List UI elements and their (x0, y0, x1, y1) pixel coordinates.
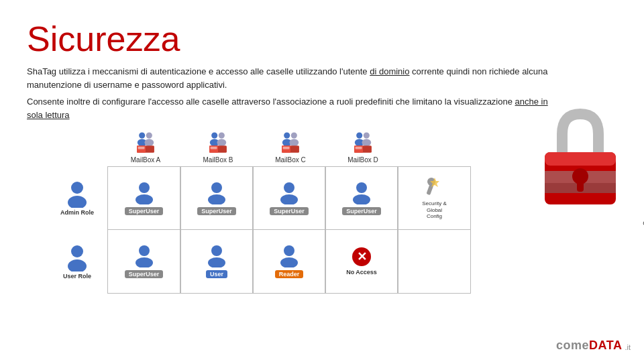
svg-point-36 (139, 182, 150, 193)
it-suffix: .it (625, 343, 631, 351)
diagram-container: MailBox A MailBox B (47, 131, 617, 294)
user-role-row: User Role SuperUser (47, 230, 617, 294)
svg-rect-13 (211, 147, 217, 149)
svg-rect-60 (577, 181, 584, 192)
svg-point-3 (144, 139, 154, 146)
admin-role-row: Admin Role SuperUser (47, 166, 617, 230)
admin-role-label-cell: Admin Role (47, 166, 107, 230)
svg-rect-27 (356, 147, 362, 149)
security-global-label: Security &GlobalConfiguration (627, 206, 644, 227)
svg-point-37 (136, 194, 153, 204)
svg-point-17 (289, 139, 299, 146)
admin-mailbox-c-cell: SuperUser (253, 167, 325, 229)
super-user-icon-2 (207, 182, 227, 204)
admin-c-badge: SuperUser (270, 207, 309, 215)
svg-point-52 (208, 257, 225, 267)
page: Sicurezza ShaTag utilizza i meccanismi d… (0, 0, 644, 362)
user-icon-label (65, 245, 89, 272)
user-grid-row: SuperUser User (107, 230, 471, 294)
no-access-icon: ✕ (352, 247, 371, 266)
admin-mailbox-b-cell: SuperUser (180, 167, 253, 229)
svg-point-21 (356, 133, 362, 139)
svg-rect-6 (138, 147, 145, 149)
svg-point-7 (211, 133, 217, 139)
user-mailbox-b-cell: User (180, 230, 253, 293)
admin-role-text: Admin Role (60, 209, 94, 216)
mailbox-c-label: MailBox C (275, 156, 306, 164)
user-mailbox-d-cell: ✕ No Access (325, 230, 398, 293)
mailbox-b-header: MailBox B (182, 131, 254, 166)
svg-point-43 (353, 194, 370, 204)
user-a-badge: SuperUser (125, 270, 164, 278)
user-mailbox-c-cell: Reader (253, 230, 325, 293)
svg-point-38 (211, 182, 222, 193)
description2: Consente inoltre di configurare l'access… (27, 95, 550, 121)
mailbox-a-header: MailBox A (109, 131, 182, 166)
svg-point-47 (71, 245, 83, 257)
mailbox-c-icon (278, 131, 303, 155)
svg-point-51 (211, 245, 222, 256)
admin-security-cell: Security &GlobalConfig (398, 167, 470, 229)
svg-point-10 (217, 139, 226, 146)
security-label: Security &GlobalConfiguration (627, 173, 644, 227)
padlock-container (537, 104, 624, 214)
super-user-icon-4 (352, 182, 372, 204)
comedata-logo: comeDATA (556, 339, 622, 353)
user-role-text: User Role (63, 273, 91, 280)
svg-point-54 (280, 257, 298, 267)
svg-point-50 (136, 257, 153, 267)
user-mailbox-a-cell: SuperUser (108, 230, 180, 293)
mailbox-a-icon (133, 131, 158, 155)
super-user-icon-3 (279, 182, 299, 204)
mailbox-c-header: MailBox C (254, 131, 327, 166)
user-role-label-cell: User Role (47, 230, 107, 294)
user-super-icon-1 (134, 245, 154, 267)
svg-point-0 (139, 133, 145, 139)
svg-point-39 (208, 194, 225, 204)
svg-point-34 (71, 182, 83, 194)
mailbox-a-label: MailBox A (131, 156, 160, 164)
admin-security-badge: Security &GlobalConfig (422, 200, 446, 220)
svg-point-23 (364, 133, 370, 139)
svg-point-53 (284, 245, 294, 256)
user-b-badge: User (206, 270, 227, 278)
user-icon-b (207, 245, 227, 267)
svg-point-41 (280, 194, 298, 204)
mailbox-d-label: MailBox D (347, 156, 378, 164)
come-text: come (556, 339, 589, 352)
admin-mailbox-d-cell: SuperUser (325, 167, 398, 229)
mailbox-d-icon (350, 131, 376, 155)
user-d-badge: No Access (346, 269, 377, 276)
wrench-icon (425, 176, 445, 199)
svg-point-16 (291, 133, 297, 139)
user-c-badge: Reader (275, 270, 304, 278)
admin-mailbox-a-cell: SuperUser (108, 167, 180, 229)
admin-a-badge: SuperUser (125, 207, 164, 215)
description1: ShaTag utilizza i meccanismi di autentic… (27, 65, 550, 91)
padlock-icon (537, 104, 624, 211)
svg-rect-56 (545, 152, 616, 166)
admin-grid-row: SuperUser SuperUser (107, 166, 471, 230)
page-title: Sicurezza (27, 20, 617, 58)
admin-b-badge: SuperUser (197, 207, 236, 215)
svg-point-49 (139, 245, 150, 256)
footer: comeDATA .it (556, 339, 631, 353)
mailbox-b-label: MailBox B (203, 156, 233, 164)
svg-point-35 (68, 196, 87, 208)
user-icon-c (279, 245, 299, 267)
svg-point-40 (284, 182, 294, 193)
admin-d-badge: SuperUser (342, 207, 381, 215)
svg-point-48 (68, 259, 87, 272)
svg-point-14 (284, 133, 290, 139)
rows-area: Security &GlobalConfiguration Admin Role (47, 166, 617, 294)
svg-rect-20 (283, 147, 290, 149)
svg-point-2 (146, 133, 152, 139)
mailbox-d-header: MailBox D (327, 131, 399, 166)
svg-point-24 (362, 139, 371, 146)
super-user-icon-1 (134, 182, 154, 204)
svg-point-9 (219, 133, 225, 139)
admin-user-icon (65, 181, 89, 208)
user-security-cell (398, 230, 470, 293)
data-text: DATA (589, 339, 622, 352)
mailbox-b-icon (205, 131, 231, 155)
